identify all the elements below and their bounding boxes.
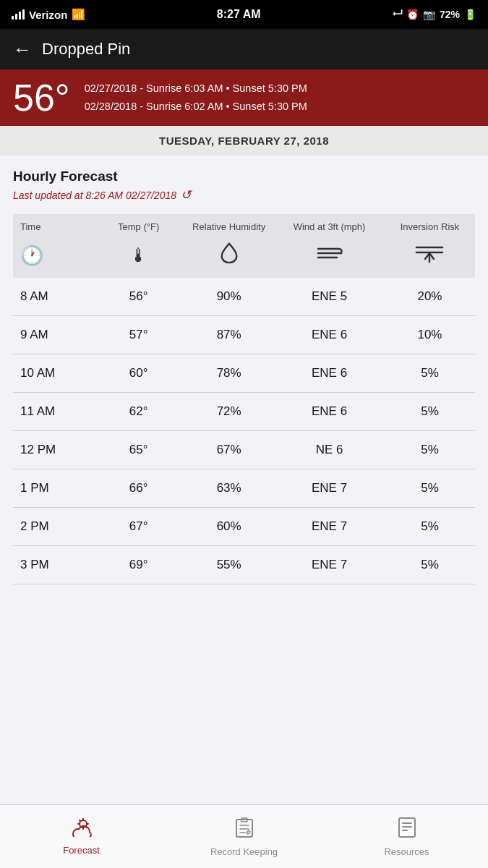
tab-bar: Forecast Record Keeping Re bbox=[0, 804, 488, 868]
wind-icon bbox=[274, 237, 385, 278]
cell-wind: ENE 6 bbox=[274, 393, 385, 431]
svg-rect-18 bbox=[399, 818, 415, 837]
main-content: Hourly Forecast Last updated at 8:26 AM … bbox=[0, 156, 488, 657]
location-icon: ⮠ bbox=[392, 9, 402, 20]
cell-humidity: 78% bbox=[184, 354, 274, 393]
table-row: 9 AM 57° 87% ENE 6 10% bbox=[13, 316, 475, 354]
humidity-icon bbox=[184, 237, 274, 278]
table-header-row: Time Temp (°F) Relative Humidity Wind at… bbox=[13, 214, 475, 237]
cell-wind: ENE 6 bbox=[274, 354, 385, 393]
alarm-icon: ⏰ bbox=[406, 9, 419, 20]
status-left: Verizon 📶 bbox=[12, 8, 85, 21]
forecast-tab-icon bbox=[70, 818, 93, 842]
refresh-icon[interactable]: ↺ bbox=[181, 187, 191, 203]
table-row: 3 PM 69° 55% ENE 7 5% bbox=[13, 546, 475, 584]
cell-inversion: 5% bbox=[385, 354, 475, 393]
cell-inversion: 5% bbox=[385, 508, 475, 546]
tab-forecast-label: Forecast bbox=[63, 845, 100, 856]
cell-time: 8 AM bbox=[13, 278, 93, 316]
back-button[interactable]: ← bbox=[13, 38, 32, 61]
cell-inversion: 5% bbox=[385, 469, 475, 508]
tab-record-keeping-label: Record Keeping bbox=[210, 846, 278, 857]
cell-humidity: 90% bbox=[184, 278, 274, 316]
cell-wind: ENE 7 bbox=[274, 469, 385, 508]
status-bar: Verizon 📶 8:27 AM ⮠ ⏰ 📷 72% 🔋 bbox=[0, 0, 488, 29]
cell-inversion: 5% bbox=[385, 431, 475, 469]
cell-temp: 60° bbox=[93, 354, 184, 393]
temp-icon: 🌡 bbox=[93, 237, 184, 278]
record-keeping-tab-icon bbox=[234, 817, 254, 843]
tab-record-keeping[interactable]: Record Keeping bbox=[163, 817, 325, 857]
page-title: Dropped Pin bbox=[42, 40, 130, 59]
cell-inversion: 10% bbox=[385, 316, 475, 354]
bluetooth-icon: 📷 bbox=[423, 9, 435, 20]
cell-humidity: 87% bbox=[184, 316, 274, 354]
wifi-icon: 📶 bbox=[72, 8, 85, 21]
col-header-inversion: Inversion Risk bbox=[385, 214, 475, 237]
col-header-wind: Wind at 3ft (mph) bbox=[274, 214, 385, 237]
cell-wind: ENE 7 bbox=[274, 508, 385, 546]
inversion-icon bbox=[385, 237, 475, 278]
cell-wind: ENE 6 bbox=[274, 316, 385, 354]
tab-resources[interactable]: Resources bbox=[325, 817, 488, 857]
sun-info: 02/27/2018 - Sunrise 6:03 AM • Sunset 5:… bbox=[85, 80, 307, 115]
forecast-tbody: 8 AM 56° 90% ENE 5 20% 9 AM 57° 87% ENE … bbox=[13, 278, 475, 584]
cell-temp: 62° bbox=[93, 393, 184, 431]
battery-label: 72% bbox=[440, 9, 460, 20]
cell-temp: 66° bbox=[93, 469, 184, 508]
cell-humidity: 60% bbox=[184, 508, 274, 546]
cell-time: 12 PM bbox=[13, 431, 93, 469]
table-row: 2 PM 67° 60% ENE 7 5% bbox=[13, 508, 475, 546]
status-right: ⮠ ⏰ 📷 72% 🔋 bbox=[392, 9, 476, 20]
cell-inversion: 20% bbox=[385, 278, 475, 316]
cell-wind: ENE 7 bbox=[274, 546, 385, 584]
forecast-table: Time Temp (°F) Relative Humidity Wind at… bbox=[13, 214, 475, 584]
table-row: 1 PM 66° 63% ENE 7 5% bbox=[13, 469, 475, 508]
signal-icon bbox=[12, 9, 25, 20]
nav-bar: ← Dropped Pin bbox=[0, 29, 488, 69]
svg-line-11 bbox=[80, 820, 81, 822]
table-row: 11 AM 62° 72% ENE 6 5% bbox=[13, 393, 475, 431]
table-row: 12 PM 65° 67% NE 6 5% bbox=[13, 431, 475, 469]
time-icon: 🕐 bbox=[13, 237, 93, 278]
cell-time: 3 PM bbox=[13, 546, 93, 584]
table-row: 10 AM 60° 78% ENE 6 5% bbox=[13, 354, 475, 393]
col-header-temp: Temp (°F) bbox=[93, 214, 184, 237]
cell-time: 1 PM bbox=[13, 469, 93, 508]
icon-header-row: 🕐 🌡 bbox=[13, 237, 475, 278]
last-updated-text: Last updated at 8:26 AM 02/27/2018 bbox=[13, 190, 176, 201]
cell-humidity: 55% bbox=[184, 546, 274, 584]
cell-temp: 65° bbox=[93, 431, 184, 469]
cell-inversion: 5% bbox=[385, 393, 475, 431]
tab-resources-label: Resources bbox=[384, 846, 429, 857]
cell-time: 11 AM bbox=[13, 393, 93, 431]
cell-temp: 67° bbox=[93, 508, 184, 546]
sun-info-line2: 02/28/2018 - Sunrise 6:02 AM • Sunset 5:… bbox=[85, 98, 307, 116]
cell-humidity: 63% bbox=[184, 469, 274, 508]
col-header-time: Time bbox=[13, 214, 93, 237]
sun-info-line1: 02/27/2018 - Sunrise 6:03 AM • Sunset 5:… bbox=[85, 80, 307, 98]
cell-temp: 69° bbox=[93, 546, 184, 584]
battery-icon: 🔋 bbox=[464, 9, 476, 20]
section-title: Hourly Forecast bbox=[13, 169, 475, 184]
cell-time: 10 AM bbox=[13, 354, 93, 393]
cell-time: 2 PM bbox=[13, 508, 93, 546]
resources-tab-icon bbox=[397, 817, 417, 843]
status-time: 8:27 AM bbox=[217, 8, 261, 21]
tab-forecast[interactable]: Forecast bbox=[0, 818, 163, 856]
cell-temp: 57° bbox=[93, 316, 184, 354]
cell-temp: 56° bbox=[93, 278, 184, 316]
cell-wind: ENE 5 bbox=[274, 278, 385, 316]
cell-time: 9 AM bbox=[13, 316, 93, 354]
table-row: 8 AM 56° 90% ENE 5 20% bbox=[13, 278, 475, 316]
cell-humidity: 72% bbox=[184, 393, 274, 431]
cell-wind: NE 6 bbox=[274, 431, 385, 469]
header-info: 56° 02/27/2018 - Sunrise 6:03 AM • Sunse… bbox=[0, 69, 488, 126]
date-bar: TUESDAY, FEBRUARY 27, 2018 bbox=[0, 126, 488, 156]
last-updated: Last updated at 8:26 AM 02/27/2018 ↺ bbox=[13, 187, 475, 203]
carrier-label: Verizon bbox=[29, 9, 67, 21]
cell-humidity: 67% bbox=[184, 431, 274, 469]
cell-inversion: 5% bbox=[385, 546, 475, 584]
col-header-humidity: Relative Humidity bbox=[184, 214, 274, 237]
date-label: TUESDAY, FEBRUARY 27, 2018 bbox=[159, 135, 329, 147]
